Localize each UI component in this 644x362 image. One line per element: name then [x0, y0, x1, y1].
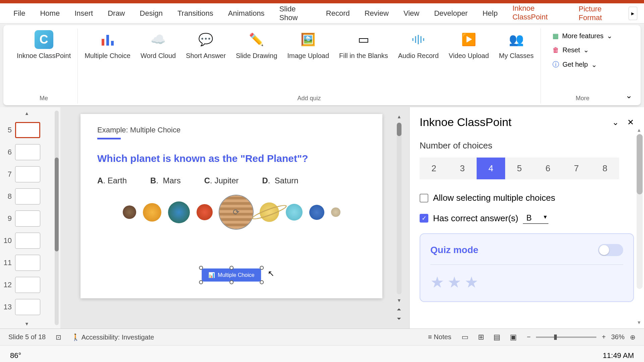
slide-thumbnail-7[interactable]: [15, 166, 40, 182]
slide-drawing-button[interactable]: ✏️ Slide Drawing: [234, 28, 279, 61]
tab-developer[interactable]: Developer: [427, 5, 474, 22]
choice-4[interactable]: 4: [477, 158, 505, 179]
image-upload-button[interactable]: 🖼️ Image Upload: [286, 28, 331, 61]
slide-canvas[interactable]: Example: Multiple Choice Which planet is…: [80, 114, 382, 298]
tab-record[interactable]: Record: [319, 5, 357, 22]
zoom-knob[interactable]: [554, 335, 557, 340]
selection-handle[interactable]: [229, 280, 233, 284]
scrollbar-handle[interactable]: [55, 158, 59, 251]
choices-label: Number of choices: [420, 140, 634, 151]
slide-thumbnail-8[interactable]: [15, 188, 40, 204]
tab-help[interactable]: Help: [476, 5, 504, 22]
selection-handle[interactable]: [199, 280, 203, 284]
scroll-down-icon[interactable]: ▼: [397, 298, 401, 303]
notes-button[interactable]: ≡ Notes: [428, 333, 451, 341]
panel-scroll-down-icon[interactable]: ▼: [637, 320, 641, 325]
star-icon[interactable]: ★: [430, 273, 444, 291]
audio-record-button[interactable]: Audio Record: [396, 28, 440, 61]
tab-animations[interactable]: Animations: [221, 5, 271, 22]
choice-7[interactable]: 7: [562, 158, 591, 179]
slide-thumbnail-6[interactable]: [15, 144, 40, 160]
prev-slide-icon[interactable]: ⏶: [396, 306, 402, 312]
word-cloud-button[interactable]: ☁️ Word Cloud: [139, 28, 177, 61]
tab-home[interactable]: Home: [33, 5, 66, 22]
more-features-button[interactable]: ▦ More features ⌄: [552, 32, 612, 40]
panel-scroll-up-icon[interactable]: ▲: [637, 127, 641, 133]
zoom-out-icon[interactable]: −: [527, 333, 531, 341]
tab-file[interactable]: File: [7, 5, 32, 22]
tab-review[interactable]: Review: [358, 5, 395, 22]
selection-handle[interactable]: [260, 266, 264, 270]
short-answer-button[interactable]: 💬 Short Answer: [184, 28, 227, 61]
tab-draw[interactable]: Draw: [101, 5, 131, 22]
allow-multiple-row[interactable]: Allow selecting multiple choices: [420, 193, 634, 203]
weather-widget[interactable]: 86°: [10, 351, 21, 360]
get-help-button[interactable]: ⓘ Get help ⌄: [552, 60, 612, 69]
close-panel-icon[interactable]: ✕: [627, 118, 634, 127]
scroll-handle[interactable]: [397, 123, 401, 136]
display-settings-icon[interactable]: ⊡: [56, 333, 61, 341]
choice-2[interactable]: 2: [420, 158, 448, 179]
slide-thumbnail-13[interactable]: [15, 299, 40, 315]
clock[interactable]: 11:49 AM: [603, 351, 634, 360]
reset-button[interactable]: 🗑 Reset ⌄: [552, 46, 612, 54]
slideshow-view-icon[interactable]: ▣: [510, 333, 517, 342]
slide-thumbnail-9[interactable]: [15, 210, 40, 227]
reading-view-icon[interactable]: ▤: [493, 333, 500, 342]
normal-view-icon[interactable]: ▭: [462, 333, 469, 342]
selection-handle[interactable]: [260, 280, 264, 284]
slide-thumbnail-5[interactable]: [15, 122, 40, 138]
correct-answer-select[interactable]: B: [523, 213, 548, 224]
scroll-up-icon[interactable]: ▲: [397, 114, 401, 119]
thumb-scroll-down-icon[interactable]: ▼: [2, 321, 52, 326]
scroll-track[interactable]: [397, 123, 401, 294]
tab-view[interactable]: View: [397, 5, 426, 22]
panel-scroll-handle[interactable]: [637, 134, 643, 194]
difficulty-stars[interactable]: ★ ★ ★: [430, 273, 623, 291]
choice-6[interactable]: 6: [534, 158, 562, 179]
accessibility-status[interactable]: 🚶 Accessibility: Investigate: [71, 333, 154, 341]
tab-insert[interactable]: Insert: [68, 5, 100, 22]
choice-5[interactable]: 5: [505, 158, 534, 179]
sorter-view-icon[interactable]: ⊞: [478, 333, 484, 342]
zoom-level[interactable]: 36%: [611, 333, 625, 341]
my-classes-button[interactable]: 👥 My Classes: [497, 28, 535, 61]
zoom-slider[interactable]: [536, 337, 596, 338]
tab-inknoe-classpoint[interactable]: Inknoe ClassPoint: [506, 0, 571, 26]
panel-scrollbar[interactable]: [637, 134, 643, 289]
thumbnail-scrollbar[interactable]: [55, 111, 59, 325]
slide-thumbnail-12[interactable]: [15, 277, 40, 293]
multiple-choice-quiz-button[interactable]: 📊 Multiple Choice: [202, 268, 261, 282]
selection-handle[interactable]: [229, 266, 233, 270]
slide-thumbnail-10[interactable]: [15, 233, 40, 249]
video-upload-button[interactable]: ▶️ Video Upload: [447, 28, 491, 61]
tab-design[interactable]: Design: [133, 5, 169, 22]
allow-multiple-checkbox[interactable]: [420, 194, 428, 202]
star-icon[interactable]: ★: [447, 273, 461, 291]
has-correct-checkbox[interactable]: ✓: [420, 214, 428, 223]
star-icon[interactable]: ★: [465, 273, 478, 291]
thumb-scroll-up-icon[interactable]: ▲: [2, 111, 52, 116]
video-icon: ▶️: [460, 30, 478, 49]
slide-counter[interactable]: Slide 5 of 18: [8, 333, 46, 341]
multiple-choice-button[interactable]: Multiple Choice: [83, 28, 132, 61]
tab-slideshow[interactable]: Slide Show: [273, 1, 318, 26]
selection-handle[interactable]: [199, 266, 203, 270]
has-correct-row[interactable]: ✓ Has correct answer(s) B: [420, 213, 634, 224]
zoom-in-icon[interactable]: +: [602, 333, 606, 341]
choice-3[interactable]: 3: [448, 158, 477, 179]
choice-8[interactable]: 8: [591, 158, 619, 179]
quiz-mode-toggle[interactable]: [598, 244, 623, 256]
fit-to-window-icon[interactable]: ⊕: [630, 333, 636, 341]
slide-thumbnail-11[interactable]: [15, 255, 40, 271]
tab-picture-format[interactable]: Picture Format: [572, 1, 627, 26]
rotate-handle-icon[interactable]: ⟳: [233, 207, 239, 217]
next-slide-icon[interactable]: ⏷: [396, 316, 402, 322]
planet-jupiter[interactable]: ⟳: [219, 195, 253, 229]
inknoe-classpoint-button[interactable]: C Inknoe ClassPoint: [15, 28, 72, 61]
collapse-panel-icon[interactable]: ⌄: [612, 118, 619, 127]
ribbon-collapse-icon[interactable]: ⌄: [626, 91, 632, 100]
tab-transitions[interactable]: Transitions: [171, 5, 220, 22]
fill-blanks-button[interactable]: ▭ Fill in the Blanks: [337, 28, 390, 61]
ribbon-expander-icon[interactable]: ▸: [629, 7, 637, 20]
